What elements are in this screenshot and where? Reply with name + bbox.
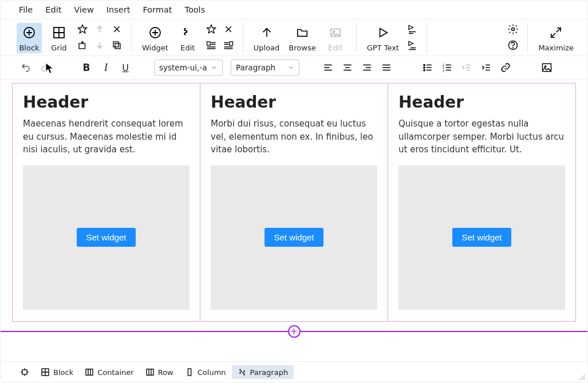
star-icon[interactable]	[205, 23, 218, 35]
set-widget-button[interactable]: Set widget	[265, 228, 323, 247]
ribbon-widget-label: Widget	[142, 44, 168, 52]
ribbon-grid[interactable]: Grid	[46, 23, 72, 53]
align-left-icon[interactable]	[321, 61, 335, 74]
breadcrumb-column[interactable]: Column	[179, 365, 232, 379]
insert-box-icon[interactable]	[76, 39, 89, 52]
svg-text:3: 3	[443, 69, 444, 73]
font-family-value: system-ui,-ap…	[159, 63, 207, 72]
ribbon-maximize-label: Maximize	[538, 44, 574, 52]
arrow-up-icon	[93, 23, 106, 35]
number-list-icon[interactable]: 123	[440, 61, 454, 74]
menu-edit[interactable]: Edit	[45, 5, 61, 14]
svg-marker-6	[78, 25, 87, 33]
bullet-list-icon[interactable]	[421, 61, 435, 74]
breadcrumb-block[interactable]: Block	[35, 365, 79, 379]
ribbon-block[interactable]: Block	[17, 23, 42, 53]
svg-marker-36	[409, 25, 413, 30]
ribbon-widget[interactable]: Widget	[140, 23, 171, 53]
gear-icon[interactable]	[507, 23, 519, 35]
breadcrumb-row-label: Row	[158, 368, 173, 377]
svg-line-96	[584, 379, 585, 380]
breadcrumb-selection-icon[interactable]	[14, 365, 35, 379]
content-block[interactable]: Header Maecenas hendrerit consequat lore…	[12, 83, 576, 322]
menu-view[interactable]: View	[74, 5, 93, 14]
play-icon	[376, 25, 390, 40]
chevron-down-icon	[287, 64, 294, 71]
svg-point-34	[333, 31, 335, 33]
folder-icon	[295, 25, 310, 40]
breadcrumb-column-label: Column	[198, 368, 226, 377]
svg-rect-79	[22, 370, 27, 374]
indent-icon[interactable]	[479, 61, 493, 74]
image-edit-icon	[328, 25, 343, 40]
paragraph-dropdown[interactable]: Paragraph	[231, 60, 299, 76]
column-body: Quisque a tortor egestas nulla ullamcorp…	[398, 117, 565, 156]
ribbon-block-label: Block	[19, 44, 39, 52]
float-left-icon[interactable]	[205, 39, 218, 52]
play-indent-icon[interactable]	[406, 39, 419, 52]
bold-icon[interactable]: B	[80, 61, 93, 74]
play-lines-icon[interactable]	[406, 23, 419, 35]
breadcrumb-paragraph[interactable]: Paragraph	[232, 365, 294, 379]
menu-file[interactable]: File	[19, 5, 33, 14]
menu-insert[interactable]: Insert	[106, 5, 131, 14]
svg-rect-15	[113, 42, 119, 47]
svg-point-42	[512, 28, 515, 31]
outdent-icon	[460, 61, 473, 74]
underline-icon[interactable]: U	[119, 61, 132, 74]
widget-placeholder: Set widget	[23, 165, 190, 310]
column-header: Header	[211, 93, 377, 112]
undo-icon[interactable]	[19, 61, 33, 74]
column-header: Header	[398, 93, 565, 112]
resize-handle[interactable]	[578, 373, 585, 380]
ribbon-edit-image: Edit	[323, 23, 348, 53]
svg-rect-7	[79, 44, 85, 49]
x-icon[interactable]	[111, 23, 123, 35]
ribbon-gpt-label: GPT Text	[367, 44, 399, 52]
breadcrumb-row[interactable]: Row	[140, 365, 179, 379]
svg-rect-90	[147, 369, 153, 376]
plus-circle-icon	[148, 25, 163, 40]
ribbon-upload-label: Upload	[254, 44, 280, 52]
breadcrumb-container-label: Container	[97, 368, 134, 377]
ribbon-gpt-text[interactable]: GPT Text	[365, 23, 401, 53]
svg-rect-20	[207, 42, 210, 45]
ribbon-edit-widget[interactable]: Edit	[175, 23, 200, 53]
ribbon-browse[interactable]: Browse	[286, 23, 318, 53]
ribbon-upload[interactable]: Upload	[251, 23, 282, 53]
column-1[interactable]: Header Maecenas hendrerit consequat lore…	[13, 84, 200, 321]
ribbon-maximize[interactable]: Maximize	[536, 23, 576, 53]
float-right-icon[interactable]	[222, 39, 235, 52]
svg-marker-19	[207, 25, 215, 33]
svg-point-60	[424, 67, 425, 68]
menu-format[interactable]: Format	[143, 5, 172, 14]
x-icon[interactable]	[222, 23, 235, 35]
column-2[interactable]: Header Morbi dui risus, consequat eu luc…	[200, 84, 388, 321]
grid-icon	[52, 25, 66, 40]
help-icon[interactable]	[507, 39, 519, 52]
svg-marker-35	[380, 29, 387, 37]
breadcrumb-container[interactable]: Container	[79, 365, 140, 379]
svg-point-44	[513, 48, 514, 48]
ribbon-edit-label: Edit	[180, 44, 195, 52]
ribbon-editimg-label: Edit	[328, 44, 342, 52]
star-icon[interactable]	[76, 23, 89, 35]
image-icon[interactable]	[540, 61, 554, 74]
svg-marker-39	[409, 41, 413, 46]
set-widget-button[interactable]: Set widget	[77, 228, 135, 247]
ribbon-grid-label: Grid	[51, 44, 66, 52]
arrow-up-icon	[259, 25, 274, 40]
align-center-icon[interactable]	[341, 61, 354, 74]
column-3[interactable]: Header Quisque a tortor egestas nulla ul…	[388, 84, 575, 321]
italic-icon[interactable]: I	[99, 61, 113, 74]
insert-plus-button[interactable]: +	[288, 325, 301, 338]
font-family-dropdown[interactable]: system-ui,-ap…	[154, 60, 223, 76]
set-widget-button[interactable]: Set widget	[452, 228, 511, 247]
copy-icon[interactable]	[111, 39, 123, 52]
align-justify-icon[interactable]	[380, 61, 393, 74]
menu-tools[interactable]: Tools	[184, 5, 205, 14]
align-right-icon[interactable]	[360, 61, 374, 74]
svg-rect-93	[188, 369, 191, 376]
link-icon[interactable]	[499, 61, 512, 74]
svg-rect-87	[86, 369, 93, 376]
